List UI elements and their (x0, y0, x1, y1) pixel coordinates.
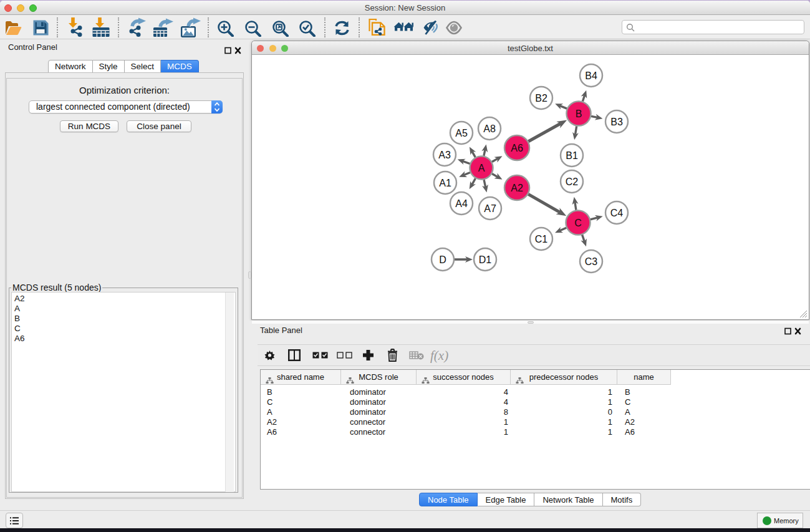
svg-text:A1: A1 (439, 178, 451, 188)
svg-text:A2: A2 (511, 183, 523, 193)
svg-text:B4: B4 (585, 70, 597, 81)
svg-text:A3: A3 (438, 150, 451, 160)
svg-text:B3: B3 (610, 117, 623, 127)
svg-text:A: A (478, 163, 485, 173)
svg-text:D1: D1 (479, 254, 492, 265)
svg-text:B2: B2 (535, 93, 547, 104)
svg-text:C4: C4 (610, 208, 624, 218)
svg-text:D: D (439, 254, 446, 265)
svg-text:A7: A7 (484, 203, 496, 214)
svg-text:C1: C1 (535, 234, 548, 244)
svg-text:A8: A8 (483, 123, 496, 134)
svg-text:A5: A5 (455, 128, 468, 138)
svg-text:C: C (574, 218, 582, 228)
svg-text:C2: C2 (566, 177, 579, 187)
svg-text:A6: A6 (511, 143, 523, 153)
svg-text:A4: A4 (455, 198, 468, 209)
svg-text:C3: C3 (585, 256, 598, 267)
svg-text:B: B (576, 109, 582, 119)
svg-text:B1: B1 (566, 150, 578, 161)
